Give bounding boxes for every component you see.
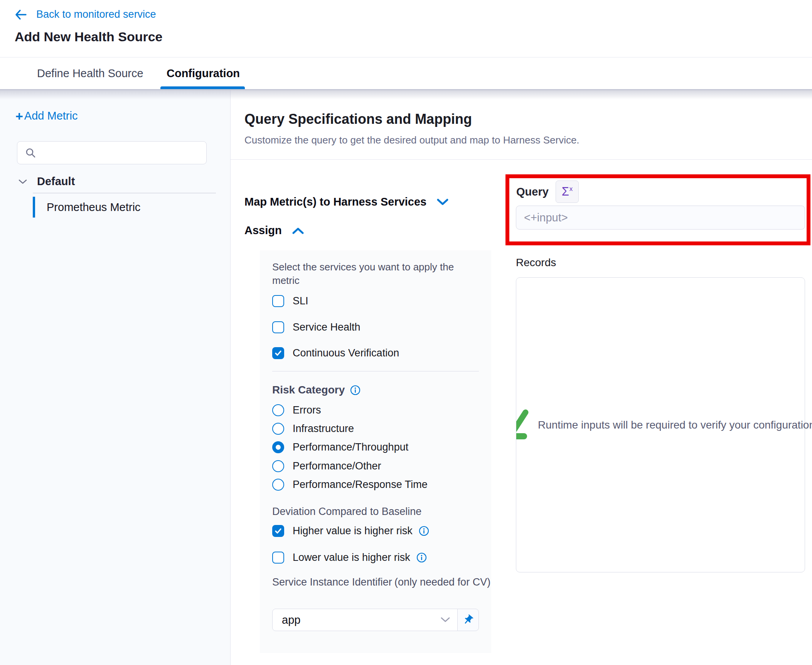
query-input[interactable]: <+input> xyxy=(516,206,805,230)
page-header: Back to monitored service Add New Health… xyxy=(0,0,812,57)
radio-label: Errors xyxy=(293,404,321,416)
service-instance-row: app xyxy=(272,609,479,631)
radio-button[interactable] xyxy=(272,479,284,491)
checkbox-label: Continuous Verification xyxy=(293,347,399,359)
check-icon xyxy=(275,527,282,535)
section-heading: Query Specifications and Mapping xyxy=(244,111,472,127)
runtime-input-icon xyxy=(516,409,532,441)
map-metrics-label: Map Metric(s) to Harness Services xyxy=(244,196,426,208)
tab-define-health-source[interactable]: Define Health Source xyxy=(37,57,143,89)
radio-button[interactable] xyxy=(272,423,284,435)
section-subheading: Customize the query to get the desired o… xyxy=(244,134,580,146)
pin-button[interactable] xyxy=(457,609,479,631)
risk-category-header: Risk Category xyxy=(272,384,361,396)
records-message-text: Runtime inputs will be required to verif… xyxy=(538,419,812,431)
panel-divider xyxy=(272,371,479,371)
radio-label: Performance/Other xyxy=(293,460,381,472)
search-input[interactable] xyxy=(36,142,206,164)
heading-divider xyxy=(231,159,812,160)
sigma-icon: Σ xyxy=(562,185,569,199)
checkbox-box[interactable] xyxy=(272,295,284,307)
tab-label: Configuration xyxy=(167,67,240,80)
checkbox-label: Lower value is higher risk xyxy=(293,552,410,564)
group-label: Default xyxy=(37,175,75,188)
formula-button[interactable]: Σ x xyxy=(556,181,579,203)
assign-section-toggle[interactable]: Assign xyxy=(244,224,304,237)
back-arrow-icon xyxy=(15,9,27,20)
group-divider xyxy=(33,193,216,193)
checkbox-service-health[interactable]: Service Health xyxy=(272,321,361,333)
query-label: Query xyxy=(516,186,549,198)
map-metrics-section-toggle[interactable]: Map Metric(s) to Harness Services xyxy=(244,196,449,208)
metrics-sidebar: + Add Metric Default Prometheus Metric xyxy=(0,90,231,665)
metric-group-default[interactable]: Default xyxy=(19,175,75,188)
back-link-label: Back to monitored service xyxy=(36,8,156,20)
checkbox-sli[interactable]: SLI xyxy=(272,295,308,307)
radio-infrastructure[interactable]: Infrastructure xyxy=(272,423,354,435)
risk-category-label: Risk Category xyxy=(272,384,345,396)
checkbox-label: Higher value is higher risk xyxy=(293,525,413,537)
checkbox-box[interactable] xyxy=(272,321,284,333)
page-title: Add New Health Source xyxy=(15,29,163,44)
checkbox-box[interactable] xyxy=(272,347,284,359)
service-instance-header: Service Instance Identifier (only needed… xyxy=(272,576,490,589)
checkbox-higher-value-higher-risk[interactable]: Higher value is higher risk xyxy=(272,525,429,537)
radio-button[interactable] xyxy=(272,460,284,472)
sigma-superscript: x xyxy=(569,185,573,193)
checkbox-box[interactable] xyxy=(272,552,284,564)
chevron-down-icon xyxy=(440,617,450,623)
checkbox-lower-value-higher-risk[interactable]: Lower value is higher risk xyxy=(272,552,427,564)
checkbox-box[interactable] xyxy=(272,525,284,537)
service-instance-select[interactable]: app xyxy=(272,609,458,631)
add-metric-button[interactable]: + Add Metric xyxy=(15,110,77,122)
service-instance-note: (only needed for CV) xyxy=(394,576,490,589)
query-annotation-box: Query Σ x <+input> xyxy=(505,174,810,245)
add-health-source-page: Back to monitored service Add New Health… xyxy=(0,0,812,665)
chevron-down-icon xyxy=(436,198,449,206)
search-icon xyxy=(25,147,36,158)
info-icon[interactable] xyxy=(416,552,427,563)
radio-button[interactable] xyxy=(272,404,284,416)
radio-performance-response-time[interactable]: Performance/Response Time xyxy=(272,479,428,491)
add-metric-label: Add Metric xyxy=(24,110,78,122)
radio-errors[interactable]: Errors xyxy=(272,404,321,416)
radio-label: Performance/Response Time xyxy=(293,479,428,491)
assign-intro-text: Select the services you want to apply th… xyxy=(272,260,482,287)
selected-metric-indicator xyxy=(33,197,35,218)
records-message: Runtime inputs will be required to verif… xyxy=(516,409,812,441)
deviation-label: Deviation Compared to Baseline xyxy=(272,506,421,518)
back-link[interactable]: Back to monitored service xyxy=(15,8,156,20)
assign-panel: Select the services you want to apply th… xyxy=(260,250,491,653)
records-label: Records xyxy=(516,257,556,269)
chevron-up-icon xyxy=(292,227,304,235)
radio-performance-other[interactable]: Performance/Other xyxy=(272,460,381,472)
pushpin-icon xyxy=(460,612,476,628)
records-box: Runtime inputs will be required to verif… xyxy=(516,277,805,572)
tab-configuration[interactable]: Configuration xyxy=(167,57,240,89)
checkbox-continuous-verification[interactable]: Continuous Verification xyxy=(272,347,399,359)
tab-bar: Define Health Source Configuration xyxy=(0,57,812,90)
radio-label: Performance/Throughput xyxy=(293,441,408,453)
chevron-down-icon xyxy=(19,179,27,184)
radio-button[interactable] xyxy=(272,441,284,453)
radio-label: Infrastructure xyxy=(293,423,354,435)
assign-label: Assign xyxy=(244,224,282,237)
metric-label: Prometheus Metric xyxy=(47,201,140,214)
checkbox-label: SLI xyxy=(293,295,308,307)
active-tab-indicator xyxy=(160,86,245,89)
service-instance-label: Service Instance Identifier xyxy=(272,576,394,589)
metric-search xyxy=(17,141,207,164)
radio-performance-throughput[interactable]: Performance/Throughput xyxy=(272,441,408,453)
info-icon[interactable] xyxy=(350,385,361,395)
plus-icon: + xyxy=(15,110,23,122)
sidebar-item-prometheus-metric[interactable]: Prometheus Metric xyxy=(33,197,216,218)
tab-label: Define Health Source xyxy=(37,67,143,80)
info-icon[interactable] xyxy=(419,526,429,536)
checkbox-label: Service Health xyxy=(293,321,361,333)
service-instance-value: app xyxy=(282,614,440,626)
check-icon xyxy=(275,349,282,357)
